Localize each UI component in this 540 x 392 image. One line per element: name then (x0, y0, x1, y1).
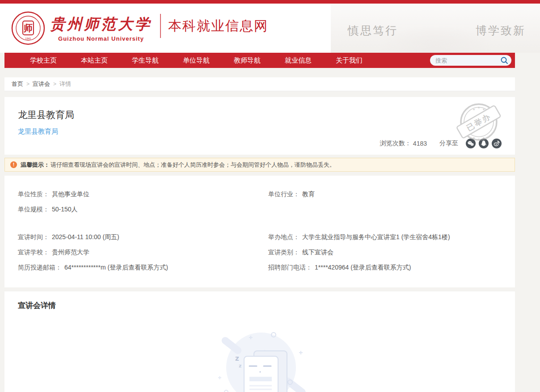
info-resume-email: 简历投递邮箱：64************m (登录后查看联系方式) (18, 260, 268, 275)
info-school: 宣讲学校：贵州师范大学 (18, 244, 268, 260)
motto-right: 博学致新 (476, 23, 526, 38)
info-group-gap (18, 217, 502, 229)
svg-text:★: ★ (477, 138, 480, 141)
nav-item-about-us[interactable]: 关于我们 (324, 53, 375, 68)
views-label: 浏览次数： (380, 139, 411, 148)
info-label: 简历投递邮箱： (18, 264, 62, 271)
info-unit-size: 单位规模：50-150人 (18, 202, 268, 217)
info-label: 举办地点： (268, 233, 300, 240)
info-label: 招聘部门电话： (268, 264, 312, 271)
svg-text:★: ★ (472, 108, 475, 111)
info-contact-phone: 招聘部门电话：1****420964 (登录后查看联系方式) (268, 260, 502, 275)
info-value: 线下宣讲会 (302, 249, 333, 256)
info-venue: 举办地点：大学生就业指导与服务中心宣讲室1 (学生宿舍4栋1楼) (268, 229, 502, 244)
nav-item-job-info[interactable]: 就业信息 (273, 53, 324, 68)
info-value: 50-150人 (52, 206, 78, 213)
info-value: 其他事业单位 (52, 190, 89, 198)
nav-item-teacher-nav[interactable]: 教师导航 (222, 53, 273, 68)
details-heading: 宣讲会详情 (18, 300, 502, 311)
university-name-en: Guizhou Normal University (58, 35, 144, 42)
site-header: 师 1941 贵州师范大学 Guizhou Normal University … (0, 4, 540, 53)
info-label: 宣讲学校： (18, 249, 49, 256)
held-stamp: ★ ★ ★ ★ ★ ★ 已举办 (454, 100, 503, 144)
svg-text:z: z (235, 354, 239, 362)
seal-year: 1941 (25, 37, 31, 40)
seal-character: 师 (23, 23, 33, 34)
info-value: 64************m (登录后查看联系方式) (64, 264, 168, 271)
search-box[interactable] (430, 55, 511, 66)
site-name: 本科就业信息网 (168, 17, 268, 35)
tip-bar: ! 温馨提示： 请仔细查看现场宣讲会的宣讲时间、地点；准备好个人简历准时参会；与… (4, 158, 515, 172)
tip-text: 请仔细查看现场宣讲会的宣讲时间、地点；准备好个人简历准时参会；与会期间管好个人物… (51, 161, 335, 169)
svg-text:★: ★ (477, 106, 480, 109)
info-label: 宣讲类别： (268, 249, 300, 256)
university-brand[interactable]: 贵州师范大学 Guizhou Normal University (50, 14, 152, 42)
campus-photo-background: 慎思笃行 博学致新 (331, 4, 540, 53)
views-count: 4183 (413, 140, 427, 147)
info-value: 大学生就业指导与服务中心宣讲室1 (学生宿舍4栋1楼) (302, 233, 450, 240)
university-seal-logo[interactable]: 师 1941 (11, 11, 46, 46)
main-nav: 学校主页 本站主页 学生导航 单位导航 教师导航 就业信息 关于我们 (4, 53, 515, 68)
breadcrumb-home[interactable]: 首页 (12, 80, 23, 88)
motto-left: 慎思笃行 (348, 23, 398, 38)
info-label: 单位规模： (18, 206, 49, 213)
sleeping-documents-illustration: z z (207, 329, 312, 392)
nav-item-site-home[interactable]: 本站主页 (69, 53, 120, 68)
info-label: 单位行业： (268, 190, 300, 198)
breadcrumb-separator: > (53, 81, 56, 87)
nav-item-school-home[interactable]: 学校主页 (18, 53, 69, 68)
info-value: 教育 (302, 190, 315, 198)
info-unit-nature: 单位性质：其他事业单位 (18, 186, 268, 202)
brand-divider (160, 14, 161, 38)
info-presentation-time: 宣讲时间：2025-04-11 10:00 (周五) (18, 229, 268, 244)
info-category: 宣讲类别：线下宣讲会 (268, 244, 502, 260)
info-value: 贵州师范大学 (52, 249, 89, 256)
nav-item-employer-nav[interactable]: 单位导航 (171, 53, 222, 68)
tip-prefix: 温馨提示： (21, 161, 50, 169)
info-value: 1****420964 (登录后查看联系方式) (315, 264, 411, 271)
svg-text:★: ★ (482, 136, 485, 139)
magnifier-icon[interactable] (500, 56, 509, 65)
top-accent-bar (0, 0, 540, 4)
page-title: 龙里县教育局 (18, 109, 502, 121)
company-link[interactable]: 龙里县教育局 (18, 127, 58, 136)
exclamation-circle-icon: ! (10, 161, 17, 168)
svg-text:★: ★ (472, 136, 475, 139)
title-card: 龙里县教育局 龙里县教育局 ★ ★ ★ ★ ★ ★ 已举办 浏览次数： 4183… (4, 97, 515, 155)
details-card: 宣讲会详情 z z 暂无数据 (4, 291, 515, 392)
breadcrumb-detail: 详情 (59, 80, 71, 88)
info-unit-industry: 单位行业：教育 (268, 186, 502, 202)
info-card: 单位性质：其他事业单位 单位行业：教育 单位规模：50-150人 宣讲时间：20… (4, 176, 515, 287)
svg-text:z: z (239, 363, 241, 369)
breadcrumb: 首页 > 宣讲会 > 详情 (4, 77, 515, 91)
breadcrumb-presentations[interactable]: 宣讲会 (33, 80, 50, 88)
meta-row: 浏览次数： 4183 分享至 (18, 139, 502, 148)
info-value: 2025-04-11 10:00 (周五) (52, 233, 119, 240)
info-empty-cell (268, 202, 502, 217)
university-name-cn: 贵州师范大学 (50, 14, 152, 34)
nav-item-student-nav[interactable]: 学生导航 (120, 53, 171, 68)
breadcrumb-separator: > (26, 81, 30, 87)
search-input[interactable] (435, 57, 500, 64)
info-label: 单位性质： (18, 190, 49, 198)
info-label: 宣讲时间： (18, 233, 49, 240)
